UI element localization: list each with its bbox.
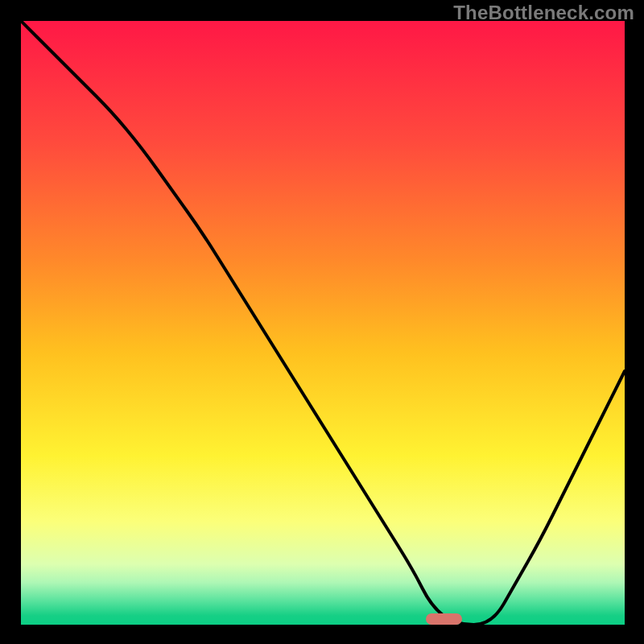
watermark-text: TheBottleneck.com bbox=[453, 2, 634, 24]
chart-frame: TheBottleneck.com bbox=[0, 0, 644, 644]
optimal-marker bbox=[426, 613, 462, 625]
plot-area bbox=[21, 21, 625, 625]
curve-path bbox=[21, 21, 625, 625]
bottleneck-curve bbox=[21, 21, 625, 625]
